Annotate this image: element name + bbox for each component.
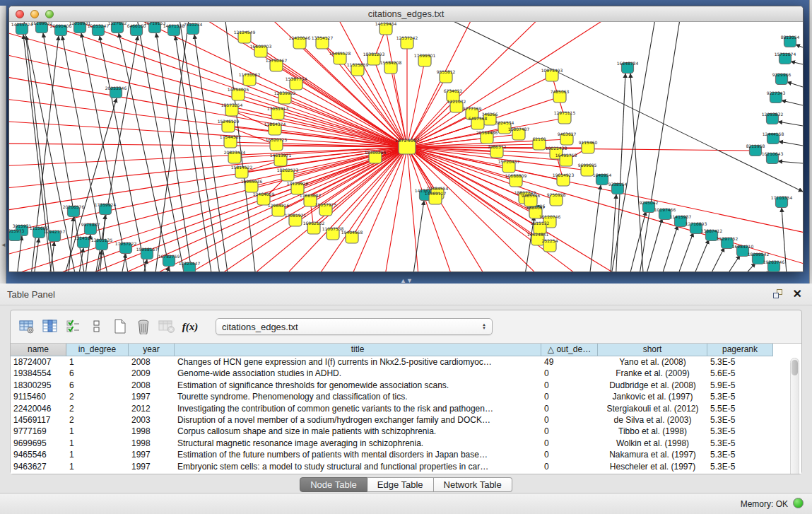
column-header-title[interactable]: title	[175, 344, 541, 356]
dropdown-arrows-icon: ▲▼	[482, 323, 486, 330]
column-header-in_degree[interactable]: in_degree	[66, 344, 129, 356]
table-mode-icon[interactable]	[88, 317, 106, 336]
network-node-label: 11415987	[670, 214, 692, 219]
network-edge	[9, 30, 407, 147]
table-settings-icon[interactable]	[18, 317, 36, 336]
column-header-year[interactable]: year	[129, 344, 175, 356]
table-cell: Yano et al. (2008)	[598, 356, 707, 368]
network-node-label: 11864374	[264, 122, 286, 127]
network-edge	[122, 22, 407, 147]
network-node-label: 14524851	[527, 232, 549, 237]
table-row[interactable]: 969969511998Structural magnetic resonanc…	[11, 438, 801, 449]
window-titlebar[interactable]: citations_edges.txt	[9, 6, 803, 22]
network-node-label: 10025438	[546, 146, 567, 151]
network-node-label: 22420046	[289, 35, 311, 40]
network-node-label: 14129434	[375, 22, 397, 26]
table-row[interactable]: 1938455462009Genome-wide association stu…	[11, 368, 801, 379]
network-node-label: 13129926	[287, 181, 309, 186]
network-node-label: 12444158	[763, 132, 784, 136]
network-edge	[9, 76, 407, 147]
column-header-pagerank[interactable]: pagerank	[707, 344, 773, 356]
network-node-label: 19384554	[427, 186, 449, 191]
column-header-name[interactable]: name	[11, 344, 66, 356]
network-edge	[100, 36, 148, 271]
network-node-label: 20053346	[105, 86, 127, 90]
network-edge	[737, 263, 755, 271]
network-node-label: 3624534	[495, 120, 514, 125]
table-row[interactable]: 1872400712008Changes of HCN gene express…	[11, 356, 801, 368]
network-node-label: 15584208	[380, 60, 402, 65]
network-edge	[278, 147, 407, 271]
table-row[interactable]: 2242004622012Investigating the contribut…	[11, 403, 801, 414]
table-cell: Embryonic stem cells: a model to study s…	[175, 461, 541, 472]
table-type-tabs: Node TableEdge TableNetwork Table	[0, 477, 812, 492]
network-node-label: 15958167	[136, 247, 158, 252]
table-cell: 0	[541, 438, 598, 449]
network-edge	[407, 61, 425, 147]
scrollbar-thumb[interactable]	[792, 360, 798, 375]
network-graph[interactable]: 1405572416189032206914061205893110653247…	[9, 22, 803, 271]
close-panel-icon[interactable]: ✕	[793, 287, 802, 300]
network-node-label: 17051413	[267, 106, 289, 111]
table-cell: Wolkin et al. (1998)	[598, 438, 707, 449]
table-row[interactable]: 911546021997Tourette syndrome. Phenomeno…	[11, 391, 801, 402]
table-row[interactable]: 946554611997Estimation of the future num…	[11, 449, 801, 460]
network-node-label: 19965036	[241, 179, 263, 184]
row-checks-icon[interactable]	[64, 317, 83, 336]
table-cell: 0	[541, 426, 598, 437]
tab-node-table[interactable]: Node Table	[300, 477, 367, 492]
network-node-label: 7485063	[551, 89, 570, 94]
table-cell: 6	[66, 380, 129, 391]
split-divider-handle[interactable]: ▲▼	[400, 279, 410, 284]
select-columns-icon[interactable]	[41, 317, 59, 336]
table-cell: 0	[541, 380, 598, 391]
table-row[interactable]: 1456911722003Disruption of a novel membe…	[11, 414, 801, 426]
network-edge	[407, 147, 803, 234]
table-cell: 14569117	[11, 414, 66, 426]
network-edge	[407, 147, 454, 271]
network-node-label: 16962152	[303, 221, 325, 226]
table-cell: 1998	[129, 438, 175, 449]
table-row[interactable]: 1830029562008Estimation of significance …	[11, 380, 801, 391]
table-cell: 2	[66, 414, 129, 426]
tab-network-table[interactable]: Network Table	[434, 477, 512, 492]
tab-edge-table[interactable]: Edge Table	[367, 477, 434, 492]
network-node-label: 16210643	[762, 151, 784, 156]
network-edge	[179, 22, 221, 271]
table-cell: 2008	[129, 356, 175, 368]
network-edge	[630, 74, 644, 271]
table-cell: 1998	[129, 426, 175, 437]
table-cell: 9115460	[11, 391, 66, 402]
table-row[interactable]: 946362711997Embryonic stem cells: a mode…	[11, 461, 801, 472]
network-edge	[791, 62, 803, 64]
new-document-icon[interactable]	[111, 317, 129, 336]
network-node-label: 14671338	[163, 23, 185, 28]
network-node-label: 9777169	[463, 106, 482, 111]
table-cell: 9777169	[11, 426, 66, 437]
column-header-out_de[interactable]: △ out_de…	[541, 344, 598, 356]
float-panel-icon[interactable]	[773, 289, 784, 300]
panel-resize-grip-icon[interactable]: ◄	[1, 242, 6, 248]
network-edge	[120, 254, 126, 271]
network-edge	[154, 22, 189, 271]
network-node-label: 9227343	[767, 90, 786, 95]
network-node-label: 16465128	[329, 51, 351, 56]
network-node-label: 9315973	[9, 228, 25, 233]
table-vertical-scrollbar[interactable]	[790, 358, 799, 474]
table-selector-dropdown[interactable]: citations_edges.txt ▲▼	[216, 318, 493, 335]
delete-rows-trash-icon[interactable]	[134, 317, 153, 336]
network-node-label: 14754005	[228, 87, 249, 92]
network-node-label: 12537242	[396, 35, 418, 40]
column-header-short[interactable]: short	[598, 344, 707, 356]
memory-ok-indicator-icon[interactable]	[793, 498, 804, 508]
network-canvas[interactable]: 1405572416189032206914061205893110653247…	[9, 22, 803, 271]
network-edge	[298, 147, 407, 189]
table-row[interactable]: 977716911998Corpus callosum shape and si…	[11, 426, 801, 437]
function-builder-icon[interactable]: f(x)	[181, 317, 199, 336]
table-panel-box: f(x) citations_edges.txt ▲▼ namein_degre…	[10, 310, 802, 474]
table-cell: Structural magnetic resonance image aver…	[175, 438, 541, 449]
window-title: citations_edges.txt	[9, 8, 803, 19]
network-edge	[659, 226, 678, 271]
network-node-label: 14569117	[425, 191, 447, 196]
network-edge	[779, 141, 803, 146]
